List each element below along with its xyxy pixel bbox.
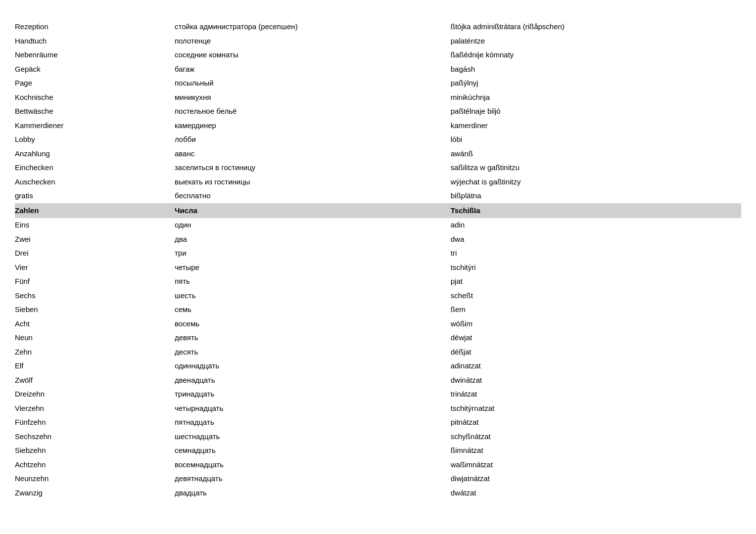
german-word: Zwei — [15, 232, 175, 247]
vocab-row: Vierчетыреtschitýri — [15, 261, 741, 275]
vocab-row: Dreiтриtri — [15, 246, 741, 261]
phonetic-word: paßýlnyj — [451, 76, 741, 90]
vocab-row: Zweiдваdwa — [15, 232, 741, 247]
phonetic-word: tri — [451, 246, 741, 261]
vocab-row: Neunдевятьdéwjat — [15, 331, 741, 345]
vocab-row: Auscheckenвыехать из гостиницыwýjechat i… — [15, 175, 741, 189]
russian-word: четыре — [175, 261, 451, 275]
phonetic-word: awánß — [451, 147, 741, 161]
vocab-row: Lobbyлоббиlóbi — [15, 133, 741, 147]
vocab-row: Gepäckбагажbagásh — [15, 62, 741, 77]
phonetic-word: palaténtze — [451, 34, 741, 48]
german-word: Fünf — [15, 274, 175, 289]
phonetic-word: pitnátzat — [451, 415, 741, 430]
phonetic-word: diwjatnátzat — [451, 472, 741, 486]
german-word: Vierzehn — [15, 401, 175, 416]
russian-word: двенадцать — [175, 373, 451, 388]
phonetic-word: tschitýri — [451, 261, 741, 275]
vocab-row: Anzahlungавансawánß — [15, 147, 741, 161]
phonetic-word: trinátzat — [451, 387, 741, 401]
russian-word: девятнадцать — [175, 472, 451, 486]
vocab-row: Kammerdienerкамердинерkamerdiner — [15, 119, 741, 133]
russian-word: восемнадцать — [175, 458, 451, 472]
german-word: Handtuch — [15, 34, 175, 48]
phonetic-word: dwátzat — [451, 486, 741, 500]
german-word: Siebzehn — [15, 444, 175, 458]
phonetic-word: dwa — [451, 232, 741, 247]
vocab-row: Eincheckenзаселиться в гостиницуsaßilitz… — [15, 161, 741, 175]
russian-word: бесплатно — [175, 189, 451, 203]
phonetic-word: déßjat — [451, 345, 741, 359]
german-word: Fünfzehn — [15, 415, 175, 430]
russian-word: посыльный — [175, 76, 451, 90]
russian-word: стойка администратора (ресепшен) — [175, 20, 451, 34]
russian-word: тринадцать — [175, 387, 451, 401]
vocab-row: Bettwäscheпостельное бельёpaßtélnaje bil… — [15, 104, 741, 119]
russian-word: камердинер — [175, 119, 451, 133]
german-word: Lobby — [15, 133, 175, 147]
vocab-row: Zehnдесятьdéßjat — [15, 345, 741, 359]
russian-word: миникухня — [175, 90, 451, 105]
german-word: Eins — [15, 218, 175, 232]
german-word: Zehn — [15, 345, 175, 359]
vocab-row: Sechszehnшестнадцатьschyßnátzat — [15, 430, 741, 444]
phonetic-word: saßilitza w gaßtinitzu — [451, 161, 741, 175]
russian-word: четырнадцать — [175, 401, 451, 416]
german-word: Zwanzig — [15, 486, 175, 500]
german-word: Neunzehn — [15, 472, 175, 486]
phonetic-word: ßtójka adminißtrátara (rißåpschen) — [451, 20, 741, 34]
phonetic-word: waßimnátzat — [451, 458, 741, 472]
phonetic-word: bagásh — [451, 62, 741, 77]
vocab-row: Dreizehnтринадцатьtrinátzat — [15, 387, 741, 401]
vocab-row: Siebzehnсемнадцатьßimnátzat — [15, 444, 741, 458]
russian-word: шесть — [175, 289, 451, 303]
german-word: Achtzehn — [15, 458, 175, 472]
german-word: Kochnische — [15, 90, 175, 105]
german-word: Nebenräume — [15, 48, 175, 62]
vocab-row: Kochnischeминикухняminikúchnja — [15, 90, 741, 105]
russian-word: лобби — [175, 133, 451, 147]
vocab-row: Achtвосемьwóßim — [15, 317, 741, 331]
russian-word: семнадцать — [175, 444, 451, 458]
vocab-row: Einsодинadin — [15, 218, 741, 232]
german-word: Bettwäsche — [15, 104, 175, 119]
russian-word: соседние комнаты — [175, 48, 451, 62]
russian-word: аванс — [175, 147, 451, 161]
german-word: Kammerdiener — [15, 119, 175, 133]
german-word: Zwölf — [15, 373, 175, 388]
german-word: Drei — [15, 246, 175, 261]
vocab-row: Sechsшестьscheßt — [15, 289, 741, 303]
german-word: Vier — [15, 261, 175, 275]
russian-word: восемь — [175, 317, 451, 331]
phonetic-word: wýjechat is gaßtinitzy — [451, 175, 741, 189]
german-word: Rezeption — [15, 20, 175, 34]
russian-word: постельное бельё — [175, 104, 451, 119]
german-word: Elf — [15, 359, 175, 373]
vocab-row: gratisбесплатноbißplátna — [15, 189, 741, 203]
phonetic-word: adinatzat — [451, 359, 741, 373]
phonetic-word: pjat — [451, 274, 741, 289]
russian-word: выехать из гостиницы — [175, 175, 451, 189]
phonetic-word: lóbi — [451, 133, 741, 147]
russian-word: двадцать — [175, 486, 451, 500]
russian-word: багаж — [175, 62, 451, 77]
phonetic-word: tschitýrnatzat — [451, 401, 741, 416]
phonetic-word: minikúchnja — [451, 90, 741, 105]
vocab-row: Zwanzigдвадцатьdwátzat — [15, 486, 741, 500]
german-word: Gepäck — [15, 62, 175, 77]
header-german: Zahlen — [15, 203, 175, 219]
vocab-row: Neunzehnдевятнадцатьdiwjatnátzat — [15, 472, 741, 486]
russian-word: девять — [175, 331, 451, 345]
german-word: Neun — [15, 331, 175, 345]
russian-word: одиннадцать — [175, 359, 451, 373]
phonetic-word: ßem — [451, 303, 741, 317]
phonetic-word: bißplátna — [451, 189, 741, 203]
vocab-row: Zwölfдвенадцатьdwinátzat — [15, 373, 741, 388]
vocabulary-table: Rezeptionстойка администратора (ресепшен… — [15, 20, 741, 500]
russian-word: три — [175, 246, 451, 261]
phonetic-word: wóßim — [451, 317, 741, 331]
phonetic-word: scheßt — [451, 289, 741, 303]
vocab-row: Rezeptionстойка администратора (ресепшен… — [15, 20, 741, 34]
vocab-row: Nebenräumeсоседние комнатыßaßédnije kómn… — [15, 48, 741, 62]
phonetic-word: kamerdiner — [451, 119, 741, 133]
